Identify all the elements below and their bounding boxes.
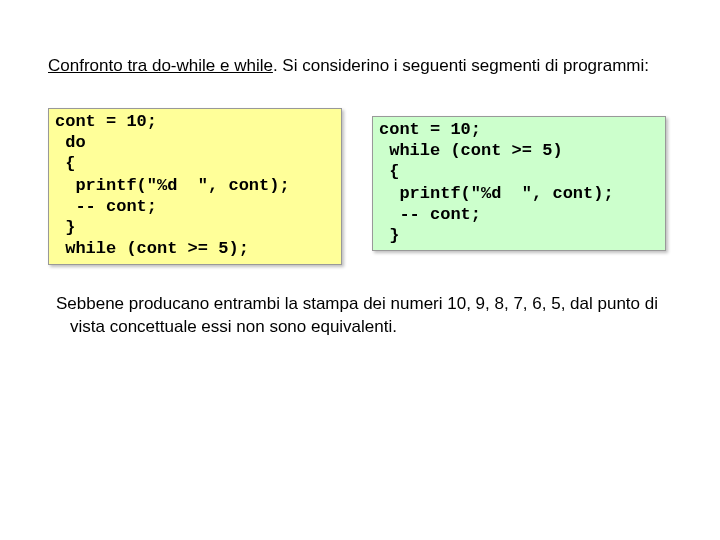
heading-underlined: Confronto tra do-while e while [48,56,273,75]
code-box-while: cont = 10; while (cont >= 5) { printf("%… [372,116,666,252]
paragraph: Sebbene producano entrambi la stampa dei… [48,293,672,339]
slide-content: Confronto tra do-while e while. Si consi… [0,0,720,339]
code-row: cont = 10; do { printf("%d ", cont); -- … [48,108,672,265]
heading: Confronto tra do-while e while. Si consi… [48,55,672,78]
heading-rest: . Si considerino i seguenti segmenti di … [273,56,649,75]
code-box-do-while: cont = 10; do { printf("%d ", cont); -- … [48,108,342,265]
